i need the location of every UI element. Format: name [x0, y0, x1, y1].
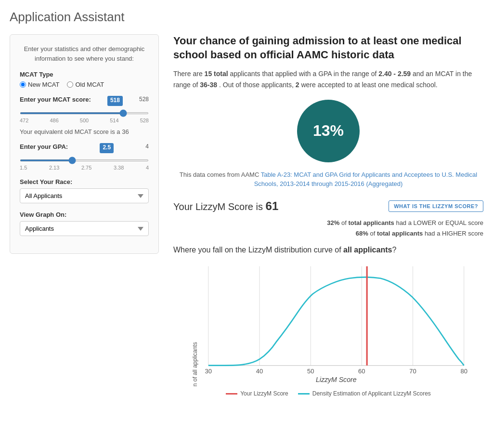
gpa-slider[interactable] [20, 159, 149, 161]
gpa-max-display: 4 [145, 143, 149, 153]
new-mcat-option[interactable]: New MCAT [20, 81, 59, 88]
old-mcat-label: Old MCAT [75, 81, 104, 88]
legend-red-line [226, 393, 237, 395]
race-section: Select Your Race: All Applicants Asian B… [20, 178, 149, 203]
what-is-lizzym-button[interactable]: WHAT IS THE LIZZYM SCORE? [389, 200, 483, 212]
mcat-type-radio-group: New MCAT Old MCAT [20, 81, 149, 88]
stat1-applicants: total applicants [348, 219, 394, 226]
chart-area: 30 40 50 60 70 80 LizzyM Score Proportio… [173, 261, 483, 386]
chart-legend: Your LizzyM Score Density Estimation of … [173, 390, 483, 397]
total-applicants: 15 total [205, 70, 228, 78]
new-mcat-label: New MCAT [28, 81, 59, 88]
svg-text:50: 50 [307, 368, 314, 375]
svg-text:30: 30 [205, 368, 212, 375]
lizzym-score: 61 [266, 199, 279, 212]
mcat-score-badge: 518 [107, 96, 123, 106]
distribution-stats: 32% of total applicants had a LOWER or E… [173, 218, 483, 239]
old-mcat-option[interactable]: Old MCAT [67, 81, 104, 88]
mcat-slider-container [20, 108, 149, 116]
stat2-percent: 68% [356, 230, 368, 237]
stat2-applicants: total applicants [377, 230, 423, 237]
distribution-svg: 30 40 50 60 70 80 LizzyM Score Proportio… [173, 261, 483, 386]
right-panel: Your chance of gaining admission to at l… [173, 34, 483, 397]
mcat-max-display: 528 [139, 96, 149, 106]
page-title: Application Assistant [10, 10, 483, 25]
graph-label: View Graph On: [20, 211, 149, 218]
lizzym-row: Your LizzyM Score is 61 WHAT IS THE LIZZ… [173, 199, 483, 213]
mcat-ticks: 472 486 500 514 528 [20, 118, 149, 123]
svg-text:Proportion of all applicants: Proportion of all applicants [192, 342, 198, 386]
instructions-text: Enter your statistics and other demograp… [20, 44, 149, 63]
lizzym-label: Your LizzyM Score is 61 [173, 199, 278, 213]
mcat-type-label: MCAT Type [20, 71, 149, 78]
chart-question-bold: all applicants [343, 246, 392, 254]
stat1-suffix: had a LOWER or EQUAL score [396, 219, 483, 226]
mcat-type-section: MCAT Type New MCAT Old MCAT [20, 71, 149, 88]
mcat-score-section: Enter your MCAT score: 518 528 472 486 5… [20, 96, 149, 135]
svg-text:40: 40 [256, 368, 263, 375]
left-panel: Enter your statistics and other demograp… [10, 34, 159, 254]
gpa-header: Enter your GPA: 2.5 4 [20, 143, 149, 153]
chart-question: Where you fall on the LizzyM distributio… [173, 246, 483, 254]
gpa-slider-container [20, 155, 149, 163]
graph-select[interactable]: Applicants Acceptees [20, 221, 149, 236]
gpa-section: Enter your GPA: 2.5 4 1.5 2.13 2.75 3.38… [20, 143, 149, 171]
data-source: This data comes from AAMC Table A-23: MC… [173, 170, 483, 189]
gpa-ticks: 1.5 2.13 2.75 3.38 4 [20, 165, 149, 171]
race-label: Select Your Race: [20, 178, 149, 185]
admission-desc: There are 15 total applicants that appli… [173, 68, 483, 90]
gpa-value-badge: 2.5 [100, 143, 114, 153]
equiv-score-text: Your equivalent old MCAT score is a 36 [20, 128, 149, 135]
percent-circle: 13% [297, 100, 360, 162]
percent-circle-container: 13% [173, 100, 483, 162]
svg-text:60: 60 [358, 368, 365, 375]
accepted-count: 2 [296, 81, 299, 89]
svg-text:80: 80 [460, 368, 467, 375]
main-layout: Enter your statistics and other demograp… [10, 34, 483, 397]
svg-text:LizzyM Score: LizzyM Score [316, 376, 357, 383]
legend-blue-label: Density Estimation of Applicant LizzyM S… [312, 390, 431, 397]
mcat-range: 36-38 [200, 81, 217, 89]
legend-blue-line [298, 393, 310, 395]
percent-value: 13% [313, 122, 344, 140]
gpa-label: Enter your GPA: [20, 143, 68, 150]
legend-item-red: Your LizzyM Score [226, 390, 288, 397]
old-mcat-radio[interactable] [67, 81, 73, 88]
mcat-score-label: Enter your MCAT score: [20, 96, 91, 103]
admission-heading: Your chance of gaining admission to at l… [173, 34, 483, 62]
new-mcat-radio[interactable] [20, 81, 26, 88]
svg-text:70: 70 [409, 368, 416, 375]
mcat-score-header: Enter your MCAT score: 518 528 [20, 96, 149, 106]
data-source-link[interactable]: Table A-23: MCAT and GPA Grid for Applic… [254, 171, 477, 188]
mcat-score-slider[interactable] [20, 112, 149, 114]
race-select[interactable]: All Applicants Asian Black Hispanic Whit… [20, 188, 149, 203]
stat1-percent: 32% [327, 219, 339, 226]
graph-section: View Graph On: Applicants Acceptees [20, 211, 149, 236]
legend-red-label: Your LizzyM Score [240, 390, 288, 397]
gpa-range: 2.40 - 2.59 [378, 70, 411, 78]
stat2-suffix: had a HIGHER score [425, 230, 483, 237]
legend-item-blue: Density Estimation of Applicant LizzyM S… [298, 390, 431, 397]
